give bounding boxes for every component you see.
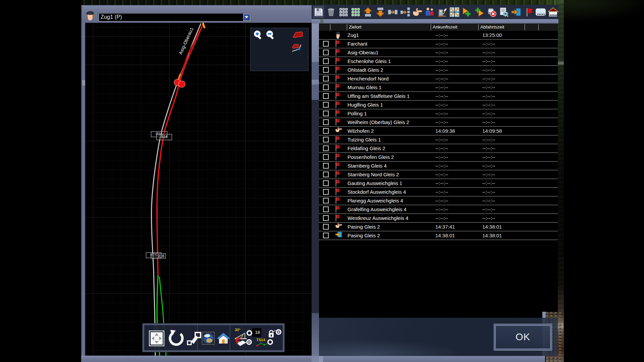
toolbar-fuel-button[interactable]: [436, 6, 448, 18]
timetable-row[interactable]: Henchendorf Nord--:--:----:--:--: [319, 74, 558, 83]
row-checkbox[interactable]: [323, 67, 329, 73]
timetable-row[interactable]: Wilzhofen 214:09:3814:09:58: [319, 127, 558, 135]
timetable-row[interactable]: Tutzing Gleis 1--:--:----:--:--: [319, 135, 558, 144]
toolbar-grid-green-button[interactable]: [350, 6, 361, 18]
row-checkbox[interactable]: [323, 172, 329, 177]
row-checkbox[interactable]: [323, 233, 329, 238]
lock-icon[interactable]: [268, 329, 276, 340]
column-header-arrival[interactable]: Ankunftszeit: [433, 24, 458, 29]
timetable-row[interactable]: Starnberg Gleis 4--:--:----:--:--: [319, 162, 558, 170]
map-2d-view[interactable]: Asig-Oberau1 914 914 916 916: [85, 23, 312, 356]
row-checkbox[interactable]: [323, 50, 329, 55]
toolbar-people-button[interactable]: [424, 6, 435, 18]
dropdown-arrow-button[interactable]: [243, 14, 250, 21]
timetable-row[interactable]: Westkreuz Ausweichgleis 4--:--:----:--:-…: [319, 214, 558, 223]
red-track-point-icon[interactable]: [291, 43, 305, 55]
row-checkbox[interactable]: [323, 137, 329, 142]
timetable-row[interactable]: Gauting Ausweichgleis 1--:--:----:--:--: [319, 179, 558, 188]
toolbar-doc-gear-button[interactable]: [498, 6, 509, 18]
toolbar-add-route-button[interactable]: [473, 6, 485, 18]
toolbar-rail-down-button[interactable]: [375, 6, 386, 18]
timetable-row[interactable]: Farchant--:--:----:--:--: [319, 40, 558, 48]
row-checkbox[interactable]: [323, 128, 329, 134]
toolbar-expand-button[interactable]: [449, 6, 460, 18]
toolbar-rail-up-button[interactable]: [362, 6, 374, 18]
row-checkbox[interactable]: [323, 198, 329, 203]
timetable-row[interactable]: Feldafing Gleis 2--:--:----:--:--: [319, 144, 558, 153]
zoom-out-button[interactable]: [265, 29, 276, 41]
rotate-button[interactable]: [167, 330, 184, 349]
timetable-row[interactable]: Stockdorf Ausweichgleis 4--:--:----:--:-…: [319, 188, 558, 196]
timetable-row[interactable]: Pasing Gleis 214:37:4114:38:01: [319, 223, 558, 231]
row-checkbox[interactable]: [323, 111, 329, 116]
globe-button[interactable]: [202, 332, 215, 346]
home-button[interactable]: [217, 333, 230, 346]
train-selector[interactable]: Zug1 (P): [99, 13, 251, 21]
row-flag-icon: [335, 188, 342, 196]
row-arrival: --:--:--: [435, 41, 448, 47]
row-checkbox[interactable]: [323, 224, 329, 230]
timetable-row[interactable]: Starnberg Nord Gleis 2--:--:----:--:--: [319, 170, 558, 179]
timetable-row[interactable]: Uffing am Staffelsee Gleis 1--:--:----:-…: [319, 92, 558, 101]
red-track-icon[interactable]: [292, 32, 304, 40]
toolbar-grid-white-button[interactable]: [338, 6, 349, 18]
timetable-row[interactable]: Murnau Gleis 1--:--:----:--:--: [319, 83, 558, 92]
toolbar-save-button[interactable]: [313, 6, 324, 18]
main-toolbar: [312, 5, 558, 19]
column-header-destination[interactable]: Zielort: [349, 24, 362, 29]
toolbar-hand-button[interactable]: [412, 6, 423, 18]
toolbar-flag-button[interactable]: [523, 6, 534, 18]
timetable-row[interactable]: Polling 1--:--:----:--:--: [319, 109, 558, 118]
row-checkbox[interactable]: [323, 189, 329, 195]
timetable-row[interactable]: Planegg Ausweichgleis 4--:--:----:--:--: [319, 196, 558, 205]
toolbar-train-delete-button[interactable]: [486, 6, 497, 18]
row-checkbox[interactable]: [323, 180, 329, 186]
rail-down-icon: [375, 7, 385, 17]
row-checkbox[interactable]: [323, 163, 329, 169]
row-checkbox[interactable]: [323, 119, 329, 125]
timetable-row[interactable]: Possenhofen Gleis 2--:--:----:--:--: [319, 153, 558, 162]
toolbar-depot-button[interactable]: [547, 6, 559, 18]
toolbar-enter-block-button[interactable]: [511, 6, 522, 18]
toolbar-couple-button[interactable]: [387, 6, 398, 18]
timetable-row[interactable]: Grafelfing Ausweichgleis 4--:--:----:--:…: [319, 205, 558, 214]
magnet-radio[interactable]: [246, 339, 252, 345]
row-checkbox[interactable]: [323, 206, 329, 212]
row-departure: 14:38:01: [482, 233, 502, 238]
toolbar-train-card-button[interactable]: [535, 6, 546, 18]
angle-value-field[interactable]: 18: [252, 328, 261, 337]
ts14-radio[interactable]: [267, 339, 273, 345]
toolbar-uncouple-button[interactable]: [399, 6, 411, 18]
row-checkbox[interactable]: [323, 84, 329, 90]
row-checkbox[interactable]: [323, 58, 329, 64]
row-checkbox[interactable]: [323, 93, 329, 99]
ts14-icon[interactable]: TS14: [256, 338, 268, 347]
toolbar-route-add-button[interactable]: [461, 6, 473, 18]
zoom-in-button[interactable]: [253, 29, 264, 41]
timetable-row[interactable]: Ohlstadt Gleis 2--:--:----:--:--: [319, 66, 558, 74]
timetable-row[interactable]: Huglfing Gleis 1--:--:----:--:--: [319, 101, 558, 109]
column-header-departure[interactable]: Abfahrtszeit: [480, 24, 504, 29]
timetable-row[interactable]: Pasing Gleis 214:38:0114:38:01: [319, 231, 558, 240]
jump-button[interactable]: [186, 331, 202, 348]
row-flag-icon: [335, 40, 342, 48]
timetable-row[interactable]: Eschenlohe Gleis 1--:--:----:--:--: [319, 57, 558, 66]
ok-button[interactable]: OK: [494, 324, 552, 351]
row-checkbox[interactable]: [323, 76, 329, 81]
row-arrival: 14:37:41: [435, 224, 455, 230]
row-checkbox[interactable]: [323, 41, 329, 47]
gradient-radio[interactable]: [247, 330, 252, 336]
row-checkbox[interactable]: [323, 154, 329, 160]
magnet-eraser-icon[interactable]: [234, 337, 247, 349]
frame-segment: [312, 356, 319, 362]
timetable-row[interactable]: Weilheim (Oberbay) Gleis 2--:--:----:--:…: [319, 118, 558, 127]
pan-button[interactable]: [149, 330, 164, 348]
row-departure: --:--:--: [482, 41, 495, 47]
toolbar-delete-button[interactable]: [325, 6, 337, 18]
timetable-row[interactable]: Zug1--:--:--13:25:00: [319, 31, 558, 40]
row-checkbox[interactable]: [323, 145, 329, 151]
row-checkbox[interactable]: [323, 102, 329, 108]
row-checkbox[interactable]: [323, 215, 329, 221]
lock-radio[interactable]: [276, 329, 281, 335]
timetable-row[interactable]: Asig-Oberau1--:--:----:--:--: [319, 48, 558, 57]
